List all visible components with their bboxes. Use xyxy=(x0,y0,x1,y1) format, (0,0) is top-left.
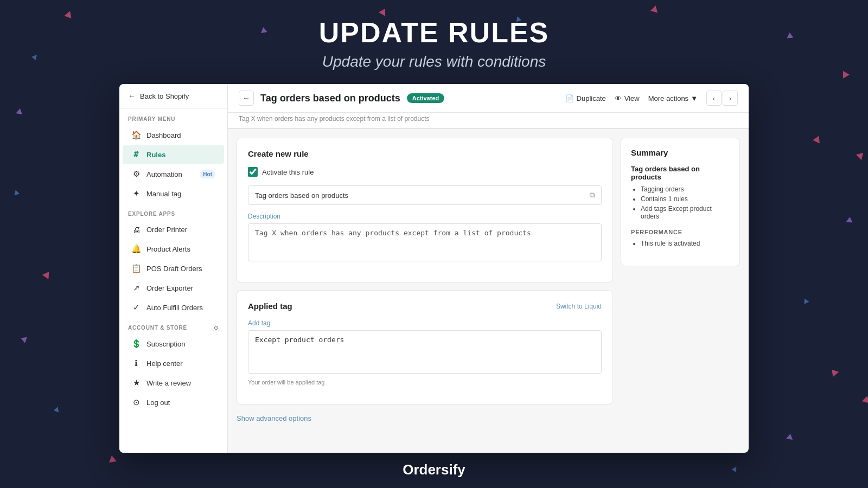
create-rule-title: Create new rule xyxy=(248,149,602,158)
topbar-title: Tag orders based on products xyxy=(260,93,400,104)
add-tag-label: Add tag xyxy=(248,319,602,327)
primary-menu-label: PRIMARY MENU xyxy=(119,108,227,125)
automation-icon: ⚙ xyxy=(131,169,141,179)
sidebar-item-label: Write a review xyxy=(146,379,191,387)
activate-rule-label: Activate this rule xyxy=(262,168,314,176)
description-group: Description xyxy=(248,213,602,264)
sidebar-item-label: Help center xyxy=(146,359,182,368)
sidebar-item-write-review[interactable]: ★ Write a review xyxy=(123,374,224,392)
app-window: ← Back to Shopify PRIMARY MENU 🏠 Dashboa… xyxy=(119,84,749,453)
sidebar-item-order-exporter[interactable]: ↗ Order Exporter xyxy=(123,279,224,297)
eye-icon: 👁 xyxy=(615,94,622,102)
activate-rule-row: Activate this rule xyxy=(248,167,602,177)
performance-bullet-0: This rule is activated xyxy=(641,240,730,247)
rule-name-value: Tag orders based on products xyxy=(255,191,590,200)
tag-input[interactable] xyxy=(248,330,602,374)
summary-panel: Summary Tag orders based on products Tag… xyxy=(621,138,740,444)
copy-icon[interactable]: ⧉ xyxy=(590,191,595,200)
order-exporter-icon: ↗ xyxy=(131,283,141,293)
sidebar-item-label: Log out xyxy=(146,399,170,407)
product-alerts-icon: 🔔 xyxy=(131,244,141,254)
add-tag-group: Add tag Your order will be applied tag xyxy=(248,319,602,386)
prev-button[interactable]: ‹ xyxy=(706,91,722,106)
description-label: Description xyxy=(248,213,602,220)
sidebar-item-automation[interactable]: ⚙ Automation Hot xyxy=(123,165,224,183)
topbar-back-button[interactable]: ← xyxy=(239,91,254,106)
sidebar-item-auto-fulfill[interactable]: ✓ Auto Fulfill Orders xyxy=(123,298,224,317)
sidebar: ← Back to Shopify PRIMARY MENU 🏠 Dashboa… xyxy=(119,84,228,453)
applied-tag-card: Applied tag Switch to Liquid Add tag You… xyxy=(237,290,613,404)
applied-tag-title: Applied tag xyxy=(248,301,292,311)
show-advanced-link[interactable]: Show advanced options xyxy=(237,414,613,422)
performance-label: PERFORMANCE xyxy=(631,229,730,235)
sidebar-item-label: Rules xyxy=(146,151,165,159)
main-title: UPDATE RULES xyxy=(0,16,868,49)
sidebar-item-order-printer[interactable]: 🖨 Order Printer xyxy=(123,221,224,239)
order-printer-icon: 🖨 xyxy=(131,225,141,234)
sidebar-item-label: Auto Fulfill Orders xyxy=(146,304,203,312)
sidebar-item-label: Subscription xyxy=(146,340,186,348)
next-button[interactable]: › xyxy=(723,91,738,106)
activated-badge: Activated xyxy=(407,93,445,103)
subscription-icon: 💲 xyxy=(131,339,141,349)
pos-draft-icon: 📋 xyxy=(131,264,141,273)
activate-rule-checkbox[interactable] xyxy=(248,167,258,177)
main-subtitle: Update your rules with conditions xyxy=(0,53,868,70)
back-label: Back to Shopify xyxy=(140,92,189,100)
more-actions-button[interactable]: More actions ▼ xyxy=(648,94,698,102)
sidebar-item-dashboard[interactable]: 🏠 Dashboard xyxy=(123,126,224,144)
back-to-shopify[interactable]: ← Back to Shopify xyxy=(119,84,227,108)
sidebar-item-rules[interactable]: # Rules xyxy=(123,145,224,164)
content-area: Create new rule Activate this rule Tag o… xyxy=(228,129,749,453)
sidebar-item-label: Order Printer xyxy=(146,226,187,234)
manual-tag-icon: ✦ xyxy=(131,189,141,198)
back-arrow-icon: ← xyxy=(128,92,136,100)
hot-badge: Hot xyxy=(200,170,215,178)
sidebar-item-label: Product Alerts xyxy=(146,245,190,253)
sidebar-item-label: Automation xyxy=(146,170,182,178)
summary-title: Summary xyxy=(631,148,730,157)
description-textarea[interactable] xyxy=(248,223,602,261)
dashboard-icon: 🏠 xyxy=(131,130,141,140)
summary-bullet-0: Tagging orders xyxy=(641,185,730,193)
footer-brand: Ordersify xyxy=(0,461,868,478)
sidebar-item-label: Dashboard xyxy=(146,131,181,139)
sidebar-item-subscription[interactable]: 💲 Subscription xyxy=(123,335,224,353)
performance-bullets: This rule is activated xyxy=(631,240,730,247)
sidebar-item-label: Manual tag xyxy=(146,190,181,198)
sidebar-item-log-out[interactable]: ⊙ Log out xyxy=(123,393,224,412)
help-icon: ℹ xyxy=(131,358,141,368)
form-panel: Create new rule Activate this rule Tag o… xyxy=(237,138,613,444)
copy-icon: 📄 xyxy=(565,94,574,102)
summary-card: Summary Tag orders based on products Tag… xyxy=(621,138,740,266)
sidebar-item-label: POS Draft Orders xyxy=(146,265,202,273)
sidebar-item-manual-tag[interactable]: ✦ Manual tag xyxy=(123,184,224,203)
switch-liquid-link[interactable]: Switch to Liquid xyxy=(556,303,602,310)
chevron-down-icon: ▼ xyxy=(691,94,698,102)
settings-icon[interactable]: ⊙ xyxy=(214,325,219,331)
summary-bullet-1: Contains 1 rules xyxy=(641,195,730,203)
summary-bullets: Tagging orders Contains 1 rules Add tags… xyxy=(631,185,730,220)
sidebar-item-pos-draft-orders[interactable]: 📋 POS Draft Orders xyxy=(123,259,224,278)
sidebar-item-help-center[interactable]: ℹ Help center xyxy=(123,354,224,373)
tag-hint: Your order will be applied tag xyxy=(248,379,602,386)
main-content: ← Tag orders based on products Activated… xyxy=(228,84,749,453)
topbar-actions: 📄 Duplicate 👁 View More actions ▼ ‹ › xyxy=(565,91,738,106)
duplicate-button[interactable]: 📄 Duplicate xyxy=(565,94,606,102)
summary-rule-title: Tag orders based on products xyxy=(631,165,730,181)
sidebar-item-label: Order Exporter xyxy=(146,284,193,292)
account-store-label: ACCOUNT & STORE ⊙ xyxy=(119,317,227,334)
auto-fulfill-icon: ✓ xyxy=(131,303,141,312)
create-rule-card: Create new rule Activate this rule Tag o… xyxy=(237,138,613,282)
topbar-subtitle: Tag X when orders has any products excep… xyxy=(228,113,749,129)
summary-bullet-2: Add tags Except product orders xyxy=(641,205,730,220)
logout-icon: ⊙ xyxy=(131,397,141,407)
rules-icon: # xyxy=(131,150,141,159)
view-button[interactable]: 👁 View xyxy=(615,94,640,102)
star-icon: ★ xyxy=(131,378,141,388)
sidebar-item-product-alerts[interactable]: 🔔 Product Alerts xyxy=(123,240,224,258)
topbar: ← Tag orders based on products Activated… xyxy=(228,84,749,113)
nav-arrows: ‹ › xyxy=(706,91,738,106)
applied-tag-header: Applied tag Switch to Liquid xyxy=(248,301,602,311)
explore-apps-label: EXPLORE APPS xyxy=(119,203,227,220)
